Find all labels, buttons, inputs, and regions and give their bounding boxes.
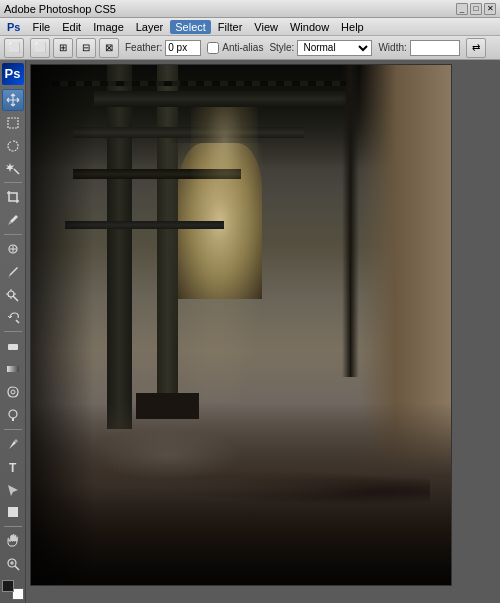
image-canvas xyxy=(30,64,452,586)
svg-rect-7 xyxy=(8,344,18,350)
tool-history-brush[interactable] xyxy=(2,307,24,329)
tool-eraser[interactable] xyxy=(2,335,24,357)
menu-bar: Ps File Edit Image Layer Select Filter V… xyxy=(0,18,500,36)
tool-zoom[interactable] xyxy=(2,553,24,575)
width-label: Width: xyxy=(378,42,406,53)
menu-view[interactable]: View xyxy=(249,20,283,34)
menu-layer[interactable]: Layer xyxy=(131,20,169,34)
close-button[interactable]: ✕ xyxy=(484,3,496,15)
maximize-button[interactable]: □ xyxy=(470,3,482,15)
bench xyxy=(136,393,199,419)
window-light xyxy=(191,107,258,221)
swap-btn[interactable]: ⇄ xyxy=(466,38,486,58)
tool-marquee-rect[interactable] xyxy=(2,112,24,134)
mist xyxy=(94,429,241,481)
feather-input[interactable] xyxy=(165,40,201,56)
tool-separator-3 xyxy=(4,331,22,332)
tool-crop[interactable] xyxy=(2,186,24,208)
beam-top xyxy=(94,91,346,107)
width-input[interactable] xyxy=(410,40,460,56)
tool-text[interactable]: T xyxy=(2,456,24,478)
column-left xyxy=(107,65,132,429)
title-controls: _ □ ✕ xyxy=(456,3,496,15)
toolbox: Ps xyxy=(0,60,26,603)
tool-move[interactable] xyxy=(2,89,24,111)
feather-group: Feather: xyxy=(125,40,201,56)
beam-top2 xyxy=(73,127,304,137)
tool-hand[interactable] xyxy=(2,530,24,552)
tool-pen[interactable] xyxy=(2,433,24,455)
menu-help[interactable]: Help xyxy=(336,20,369,34)
svg-line-6 xyxy=(16,320,19,323)
ps-logo: Ps xyxy=(2,63,24,85)
tool-lasso[interactable] xyxy=(2,135,24,157)
svg-rect-13 xyxy=(8,507,18,517)
tool-separator-1 xyxy=(4,182,22,183)
menu-file[interactable]: File xyxy=(27,20,55,34)
options-tool-icon[interactable]: ⬜ xyxy=(4,38,24,58)
tool-heal[interactable] xyxy=(2,238,24,260)
options-bar: ⬜ ⬜ ⊞ ⊟ ⊠ Feather: Anti-alias Style: Nor… xyxy=(0,36,500,60)
tool-gradient[interactable] xyxy=(2,358,24,380)
svg-text:T: T xyxy=(9,461,17,474)
main-area: Ps xyxy=(0,60,500,603)
tool-blur[interactable] xyxy=(2,381,24,403)
tool-separator-5 xyxy=(4,526,22,527)
tool-clone[interactable] xyxy=(2,284,24,306)
tool-separator-4 xyxy=(4,429,22,430)
intersect-selection-btn[interactable]: ⊠ xyxy=(99,38,119,58)
tool-magic-wand[interactable] xyxy=(2,157,24,179)
menu-image[interactable]: Image xyxy=(88,20,129,34)
menu-select[interactable]: Select xyxy=(170,20,211,34)
title-text: Adobe Photoshop CS5 xyxy=(4,3,116,15)
tool-eyedropper[interactable] xyxy=(2,209,24,231)
menu-window[interactable]: Window xyxy=(285,20,334,34)
title-bar: Adobe Photoshop CS5 _ □ ✕ xyxy=(0,0,500,18)
new-selection-btn[interactable]: ⬜ xyxy=(30,38,50,58)
menu-ps[interactable]: Ps xyxy=(2,20,25,34)
color-swatch-area xyxy=(2,580,24,600)
svg-line-1 xyxy=(14,169,19,174)
ceiling-grating xyxy=(52,81,346,86)
tool-shape[interactable] xyxy=(2,501,24,523)
style-label: Style: xyxy=(269,42,294,53)
factory-image xyxy=(31,65,451,585)
tool-dodge[interactable] xyxy=(2,404,24,426)
anti-alias-checkbox[interactable] xyxy=(207,42,219,54)
shadow-bottom xyxy=(31,481,451,585)
marquee-options: ⬜ ⊞ ⊟ ⊠ xyxy=(30,38,119,58)
tool-separator-2 xyxy=(4,234,22,235)
style-group: Style: Normal Fixed Ratio Fixed Size xyxy=(269,40,372,56)
anti-alias-label: Anti-alias xyxy=(222,42,263,53)
canvas-area xyxy=(26,60,500,603)
subtract-selection-btn[interactable]: ⊟ xyxy=(76,38,96,58)
svg-point-10 xyxy=(9,410,17,418)
minimize-button[interactable]: _ xyxy=(456,3,468,15)
svg-rect-8 xyxy=(7,366,19,372)
add-selection-btn[interactable]: ⊞ xyxy=(53,38,73,58)
svg-point-9 xyxy=(11,390,15,394)
svg-line-15 xyxy=(15,566,19,570)
antialias-group: Anti-alias xyxy=(207,42,263,54)
menu-filter[interactable]: Filter xyxy=(213,20,247,34)
tool-path-select[interactable] xyxy=(2,479,24,501)
svg-rect-0 xyxy=(8,118,18,128)
right-column xyxy=(342,65,359,377)
feather-label: Feather: xyxy=(125,42,162,53)
menu-edit[interactable]: Edit xyxy=(57,20,86,34)
style-select[interactable]: Normal Fixed Ratio Fixed Size xyxy=(297,40,372,56)
foreground-color[interactable] xyxy=(2,580,14,592)
width-group: Width: xyxy=(378,40,459,56)
tool-brush[interactable] xyxy=(2,261,24,283)
